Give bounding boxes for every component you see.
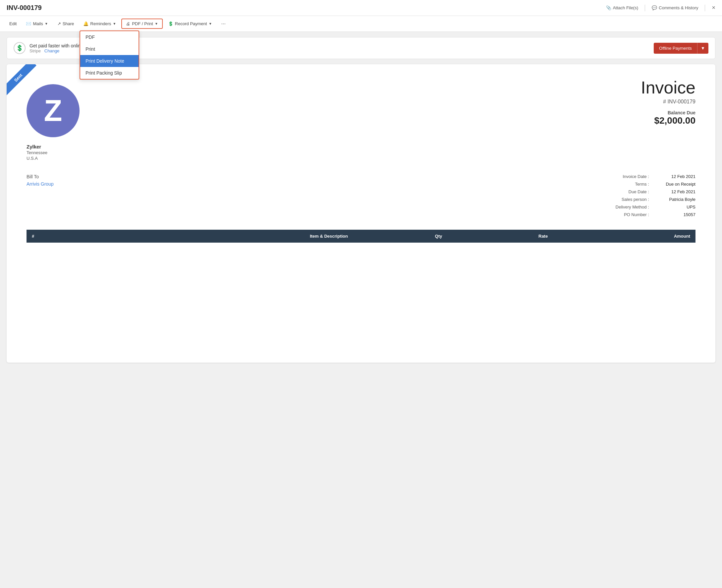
record-payment-dropdown-arrow: ▼ [208, 22, 212, 25]
table-header-row: #Item & DescriptionQtyRateAmount [26, 230, 696, 243]
invoice-title: INV-000179 [7, 4, 42, 12]
toolbar: Edit ✉️ Mails ▼ ↗ Share 🔔 Reminders ▼ 🖨 … [0, 16, 722, 32]
meta-label: Due Date : [628, 189, 649, 194]
sent-ribbon-label: Sent [7, 64, 37, 96]
invoice-details-section: Bill To Arrivis Group Invoice Date : 12 … [26, 174, 696, 220]
top-bar-divider [645, 5, 645, 11]
invoice-document: Sent Z Zylker Tennessee U.S.A Invoice # … [7, 64, 715, 363]
bell-icon: 🔔 [83, 21, 88, 26]
bill-to-name[interactable]: Arrivis Group [26, 181, 54, 187]
balance-due-amount: $2,000.00 [641, 115, 696, 126]
invoice-meta: Invoice Date : 12 Feb 2021 Terms : Due o… [616, 174, 696, 220]
reminders-dropdown-arrow: ▼ [113, 22, 116, 25]
meta-value: 12 Feb 2021 [656, 189, 696, 194]
change-link[interactable]: Change [44, 48, 60, 54]
company-state: Tennessee [26, 150, 80, 155]
table-header-cell: Item & Description [96, 230, 353, 243]
sent-ribbon: Sent [7, 64, 46, 104]
meta-row: PO Number : 15057 [616, 212, 696, 217]
invoice-title-block: Invoice # INV-000179 Balance Due $2,000.… [641, 78, 696, 126]
balance-due-label: Balance Due [641, 110, 696, 115]
meta-value: 15057 [656, 212, 696, 217]
payment-icon: 💲 [168, 21, 173, 26]
offline-payments-group: Offline Payments ▼ [654, 43, 708, 54]
meta-row: Invoice Date : 12 Feb 2021 [616, 174, 696, 179]
invoice-table: #Item & DescriptionQtyRateAmount [26, 230, 696, 243]
mails-dropdown-arrow: ▼ [45, 22, 48, 25]
close-button[interactable]: × [712, 4, 715, 11]
mails-button[interactable]: ✉️ Mails ▼ [22, 19, 52, 28]
meta-label: Sales person : [622, 197, 649, 202]
top-bar-actions: 📎 Attach File(s) 💬 Comments & History × [606, 4, 715, 11]
company-info: Zylker Tennessee U.S.A [26, 144, 80, 161]
comment-icon: 💬 [652, 5, 657, 10]
print-icon: 🖨 [126, 21, 130, 26]
pdf-print-dropdown: PDF Print Print Delivery Note Print Pack… [80, 30, 139, 80]
more-button[interactable]: ··· [217, 19, 229, 29]
meta-row: Sales person : Patricia Boyle [616, 197, 696, 202]
table-header-cell: # [26, 230, 96, 243]
offline-payments-button[interactable]: Offline Payments [654, 43, 697, 54]
table-header-cell: Qty [353, 230, 447, 243]
meta-value: Due on Receipt [656, 182, 696, 187]
top-bar: INV-000179 📎 Attach File(s) 💬 Comments &… [0, 0, 722, 16]
reminders-button[interactable]: 🔔 Reminders ▼ [79, 19, 120, 28]
top-bar-divider2 [705, 5, 705, 11]
pdf-print-dropdown-arrow: ▼ [155, 22, 158, 25]
company-name: Zylker [26, 144, 80, 149]
attach-icon: 📎 [606, 5, 611, 10]
table-header-cell: Rate [448, 230, 553, 243]
meta-row: Due Date : 12 Feb 2021 [616, 189, 696, 194]
share-button[interactable]: ↗ Share [54, 19, 78, 28]
record-payment-button[interactable]: 💲 Record Payment ▼ [164, 19, 216, 28]
table-header-cell: Amount [553, 230, 696, 243]
payment-icon-circle: 💲 [14, 42, 25, 54]
offline-payments-arrow[interactable]: ▼ [697, 43, 708, 54]
meta-row: Delivery Method : UPS [616, 205, 696, 209]
meta-row: Terms : Due on Receipt [616, 182, 696, 187]
pdf-print-button[interactable]: 🖨 PDF / Print ▼ [121, 19, 162, 29]
meta-value: 12 Feb 2021 [656, 174, 696, 179]
meta-value: Patricia Boyle [656, 197, 696, 202]
dropdown-print-packing[interactable]: Print Packing Slip [80, 67, 139, 79]
attach-files-button[interactable]: 📎 Attach File(s) [606, 5, 638, 10]
bill-to-section: Bill To Arrivis Group [26, 174, 54, 220]
company-country: U.S.A [26, 156, 80, 161]
edit-button[interactable]: Edit [5, 19, 21, 28]
table-header: #Item & DescriptionQtyRateAmount [26, 230, 696, 243]
meta-label: Invoice Date : [623, 174, 649, 179]
dropdown-pdf[interactable]: PDF [80, 31, 139, 43]
invoice-heading: Invoice [641, 78, 696, 98]
meta-label: PO Number : [624, 212, 649, 217]
invoice-number: # INV-000179 [641, 99, 696, 105]
dropdown-print-delivery[interactable]: Print Delivery Note [80, 55, 139, 67]
share-icon: ↗ [57, 21, 61, 26]
comments-history-button[interactable]: 💬 Comments & History [652, 5, 698, 10]
mail-icon: ✉️ [26, 21, 31, 26]
invoice-header: Z Zylker Tennessee U.S.A Invoice # INV-0… [26, 78, 696, 161]
bill-to-label: Bill To [26, 174, 54, 179]
meta-label: Terms : [635, 182, 649, 187]
dropdown-print[interactable]: Print [80, 43, 139, 55]
meta-label: Delivery Method : [616, 205, 649, 209]
meta-value: UPS [656, 205, 696, 209]
